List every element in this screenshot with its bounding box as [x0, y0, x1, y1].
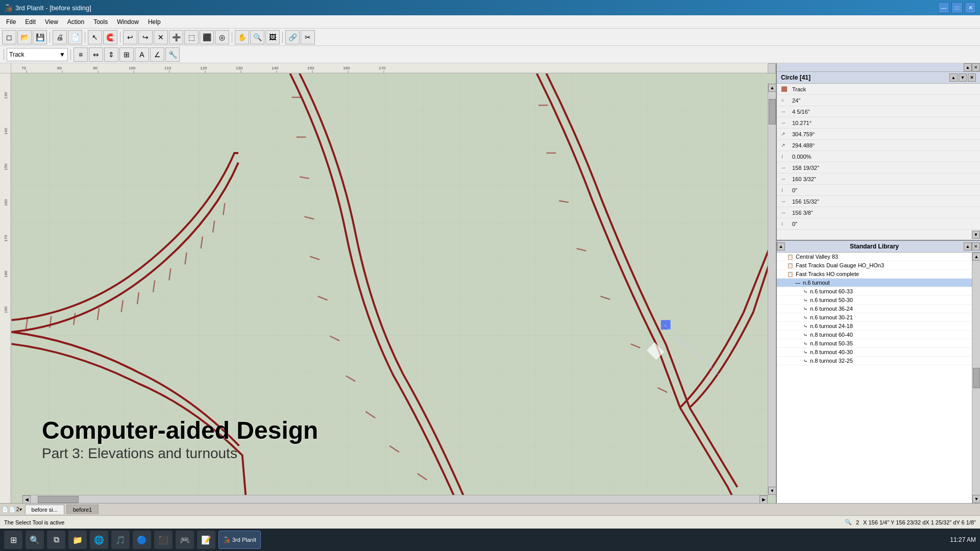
scroll-left-button[interactable]: ◀: [22, 495, 31, 503]
app1-button[interactable]: ⬛: [154, 531, 173, 549]
lib-close[interactable]: ✕: [972, 242, 980, 251]
settings-button[interactable]: 🔧: [165, 47, 180, 62]
lib-item-n8-50-35[interactable]: ⤷ n.8 turnout 50-35: [777, 339, 972, 348]
edge-button[interactable]: 🌐: [90, 531, 108, 549]
sep-7: [70, 49, 71, 60]
menu-help[interactable]: Help: [144, 17, 165, 27]
main-canvas[interactable]: Computer-aided Design Part 3: Elevations…: [11, 73, 776, 503]
align-button[interactable]: ≡: [74, 47, 88, 62]
track-icon-9: ⤷: [803, 349, 807, 355]
scroll-down-button[interactable]: ▼: [768, 487, 776, 495]
lib-scroll-up-btn[interactable]: ▲: [972, 253, 980, 261]
lib-item-central-valley[interactable]: 📋 Central Valley 83: [777, 253, 972, 261]
lib-item-fast-tracks-ho[interactable]: 📋 Fast Tracks HO complete: [777, 270, 972, 279]
chrome-button[interactable]: 🔵: [133, 531, 151, 549]
lib-item-n6-60-33[interactable]: ⤷ n.6 turnout 60-33: [777, 287, 972, 296]
lib-item-n6-36-24[interactable]: ⤷ n.6 turnout 36-24: [777, 305, 972, 313]
app2-button[interactable]: 🎮: [176, 531, 194, 549]
minimize-button[interactable]: —: [938, 2, 949, 13]
start-button[interactable]: ⊞: [4, 531, 22, 549]
menu-view[interactable]: View: [41, 17, 62, 27]
word-button[interactable]: 📝: [197, 531, 215, 549]
vertical-scrollbar[interactable]: ▲ ▼: [768, 84, 776, 495]
pointer-button[interactable]: ↖: [88, 30, 102, 44]
scroll-right-button[interactable]: ▶: [760, 495, 768, 503]
svg-text:80: 80: [57, 66, 62, 70]
angle-button[interactable]: ∠: [150, 47, 164, 62]
horizontal-scrollbar[interactable]: ◀ ▶: [22, 495, 768, 503]
magnet-button[interactable]: 🧲: [103, 30, 117, 44]
new-button[interactable]: ◻: [2, 30, 16, 44]
lib-item-n6-50-30[interactable]: ⤷ n.6 turnout 50-30: [777, 296, 972, 305]
menu-action[interactable]: Action: [63, 17, 88, 27]
zoom-level: 2: [856, 519, 859, 525]
menu-tools[interactable]: Tools: [89, 17, 112, 27]
panel-scroll-up[interactable]: ▲: [964, 63, 972, 71]
maximize-button[interactable]: □: [951, 2, 963, 13]
pan-button[interactable]: ✋: [235, 30, 249, 44]
lib-item-n8-32-25[interactable]: ⤷ n.8 turnout 32-25: [777, 357, 972, 365]
lib-item-n6-turnout[interactable]: — n.6 turnout: [777, 279, 972, 287]
time-display: 11:27 AM: [950, 536, 976, 543]
lib-item-n8-40-30[interactable]: ⤷ n.8 turnout 40-30: [777, 348, 972, 357]
lib-scroll-up[interactable]: ▲: [964, 242, 972, 251]
undo-button[interactable]: ↩: [123, 30, 137, 44]
flip-h-button[interactable]: ⇔: [89, 47, 103, 62]
file-explorer-button[interactable]: 📁: [68, 531, 87, 549]
connect-button[interactable]: 🔗: [285, 30, 300, 44]
print2-button[interactable]: 📄: [68, 30, 82, 44]
layer-icon: 🟫: [781, 86, 790, 92]
lib-collapse[interactable]: ▲: [777, 242, 785, 251]
circle-button[interactable]: ◎: [215, 30, 229, 44]
tab-icon-1[interactable]: 📄: [2, 507, 8, 512]
open-button[interactable]: 📂: [17, 30, 32, 44]
search-taskbar-button[interactable]: 🔍: [26, 531, 44, 549]
menu-file[interactable]: File: [2, 17, 20, 27]
grid-button[interactable]: ⊞: [119, 47, 134, 62]
planit-taskbar-app[interactable]: 🚂 3rd PlanIt: [218, 531, 261, 549]
zoom-button[interactable]: 🔍: [250, 30, 264, 44]
ruler-horizontal: 70 80 90 100 110 120 130 140 150 160 170: [11, 63, 768, 73]
menu-edit[interactable]: Edit: [21, 17, 40, 27]
library-scrollbar[interactable]: ▲ ▼: [972, 253, 980, 503]
close-button[interactable]: ✕: [965, 2, 976, 13]
tab-before-siding[interactable]: before si...: [25, 505, 64, 514]
lib-item-n8-60-40[interactable]: ⤷ n.8 turnout 60-40: [777, 331, 972, 339]
menu-window[interactable]: Window: [113, 17, 143, 27]
flip-v-button[interactable]: ⇕: [104, 47, 118, 62]
image-button[interactable]: 🖼: [265, 30, 280, 44]
x2-icon: ↔: [781, 176, 790, 182]
prop-angle2: ↗ 294.488°: [777, 140, 980, 151]
disconnect-button[interactable]: ✂: [301, 30, 315, 44]
scroll-thumb[interactable]: [769, 99, 776, 124]
select-rect-button[interactable]: ⬚: [184, 30, 199, 44]
lib-item-n6-30-21[interactable]: ⤷ n.6 turnout 30-21: [777, 313, 972, 322]
scroll-thumb-h[interactable]: [38, 496, 79, 503]
tab-icon-2[interactable]: 📄: [9, 507, 15, 512]
props-bottom-scroll[interactable]: ▼: [972, 231, 980, 239]
tab-before1[interactable]: before1: [66, 505, 99, 514]
dropdown-arrow-icon: ▼: [59, 51, 65, 58]
library-tree[interactable]: 📋 Central Valley 83 📋 Fast Tracks Dual G…: [777, 253, 972, 503]
props-scroll-up[interactable]: ▲: [949, 73, 958, 82]
save-button[interactable]: 💾: [33, 30, 47, 44]
add-button[interactable]: ➕: [169, 30, 183, 44]
itunes-button[interactable]: 🎵: [111, 531, 130, 549]
text-button[interactable]: A: [135, 47, 149, 62]
scroll-up-button[interactable]: ▲: [768, 84, 776, 92]
z1-icon: ↕: [781, 187, 790, 193]
panel-minimize[interactable]: ✕: [972, 63, 980, 71]
y2-icon: ↔: [781, 210, 790, 215]
lib-scroll-thumb[interactable]: [973, 368, 980, 388]
lib-item-n6-24-18[interactable]: ⤷ n.6 turnout 24-18: [777, 322, 972, 331]
select-all-button[interactable]: ⬛: [200, 30, 214, 44]
delete-button[interactable]: ✕: [154, 30, 168, 44]
layer-dropdown[interactable]: Track ▼: [7, 48, 68, 61]
task-view-button[interactable]: ⧉: [47, 531, 65, 549]
print-button[interactable]: 🖨: [53, 30, 67, 44]
props-close[interactable]: ✕: [968, 73, 976, 82]
props-scroll-down[interactable]: ▼: [959, 73, 967, 82]
lib-scroll-down-btn[interactable]: ▼: [972, 495, 980, 503]
lib-item-fast-tracks-dual[interactable]: 📋 Fast Tracks Dual Gauge HO_HOn3: [777, 261, 972, 270]
redo-button[interactable]: ↪: [138, 30, 153, 44]
